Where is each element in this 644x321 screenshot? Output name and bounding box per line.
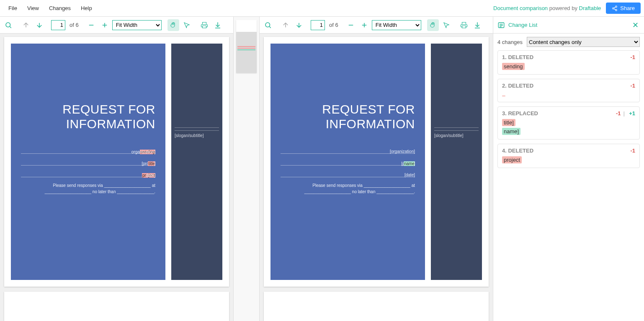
- download-icon[interactable]: [212, 19, 224, 31]
- menubar: File View Changes Help Document comparis…: [0, 0, 644, 17]
- change-item[interactable]: 1. DELETED-1 sending: [497, 50, 640, 75]
- changes-filter-select[interactable]: Content changes only: [527, 37, 640, 47]
- zoom-out-icon[interactable]: [345, 19, 357, 31]
- svg-point-3: [6, 23, 10, 27]
- zoom-select[interactable]: Fit Width: [112, 20, 162, 30]
- search-icon[interactable]: [262, 19, 274, 31]
- doc-subtitle: [slogan/subtitle]: [175, 133, 219, 138]
- change-item[interactable]: 3. REPLACED-1|+1 title]name]: [497, 106, 640, 140]
- page-input[interactable]: [51, 20, 65, 30]
- download-icon[interactable]: [471, 19, 483, 31]
- page-2-left: [4, 292, 229, 321]
- changes-list[interactable]: 1. DELETED-1 sending 2. DELETED-1 3. REP…: [493, 50, 644, 321]
- zoom-out-icon[interactable]: [85, 19, 97, 31]
- next-page-icon[interactable]: [293, 19, 305, 31]
- right-toolbar: of 6 Fit Width: [260, 17, 493, 34]
- changes-count: 4 changes: [497, 39, 523, 45]
- zoom-in-icon[interactable]: [358, 19, 370, 31]
- left-toolbar: of 6 Fit Width: [0, 17, 233, 34]
- change-panel: Change List ✕ 4 changes Content changes …: [493, 17, 644, 321]
- brand-text: Document comparison powered by Draftable: [493, 5, 601, 11]
- pan-tool-icon[interactable]: [167, 19, 179, 31]
- page-1-right: REQUEST FORINFORMATION [organization] [p…: [264, 37, 489, 287]
- menu-file[interactable]: File: [3, 2, 22, 15]
- next-page-icon[interactable]: [33, 19, 45, 31]
- right-viewport[interactable]: REQUEST FORINFORMATION [organization] [p…: [260, 34, 493, 321]
- page-input[interactable]: [311, 20, 325, 30]
- doc-title: REQUEST FORINFORMATION: [21, 102, 155, 131]
- svg-point-0: [616, 6, 617, 7]
- doc-subtitle: [slogan/subtitle]: [434, 133, 479, 138]
- page-2-right: [264, 292, 489, 321]
- svg-point-4: [265, 23, 270, 27]
- select-tool-icon[interactable]: [181, 19, 193, 31]
- svg-point-2: [616, 9, 617, 11]
- select-tool-icon[interactable]: [440, 19, 452, 31]
- prev-page-icon[interactable]: [20, 19, 32, 31]
- right-pane: of 6 Fit Width REQUEST FORINFORMATION: [260, 17, 493, 321]
- change-list-icon: [497, 21, 505, 29]
- share-icon: [612, 5, 618, 11]
- zoom-select[interactable]: Fit Width: [372, 20, 421, 30]
- svg-point-1: [613, 8, 614, 9]
- left-viewport[interactable]: REQUEST FORINFORMATION [sending organiza…: [0, 34, 233, 321]
- thumbnail-strip: [234, 17, 260, 321]
- page-1-left: REQUEST FORINFORMATION [sending organiza…: [4, 37, 229, 287]
- doc-title: REQUEST FORINFORMATION: [281, 102, 415, 131]
- change-item[interactable]: 2. DELETED-1: [497, 79, 640, 102]
- menu-help[interactable]: Help: [76, 2, 97, 15]
- search-icon[interactable]: [3, 19, 14, 31]
- menu-changes[interactable]: Changes: [44, 2, 76, 15]
- close-icon[interactable]: ✕: [631, 21, 640, 30]
- print-icon[interactable]: [198, 19, 210, 31]
- page-total: of 6: [329, 22, 338, 28]
- share-button[interactable]: Share: [606, 3, 641, 14]
- change-item[interactable]: 4. DELETED-1 project: [497, 144, 640, 168]
- pan-tool-icon[interactable]: [427, 19, 439, 31]
- zoom-in-icon[interactable]: [99, 19, 111, 31]
- change-list-title: Change List: [508, 22, 537, 28]
- print-icon[interactable]: [458, 19, 470, 31]
- page-total: of 6: [70, 22, 79, 28]
- thumbnail[interactable]: [236, 20, 257, 73]
- left-pane: of 6 Fit Width REQUEST FORINFORMATION: [0, 17, 234, 321]
- menu-view[interactable]: View: [22, 2, 44, 15]
- prev-page-icon[interactable]: [280, 19, 291, 31]
